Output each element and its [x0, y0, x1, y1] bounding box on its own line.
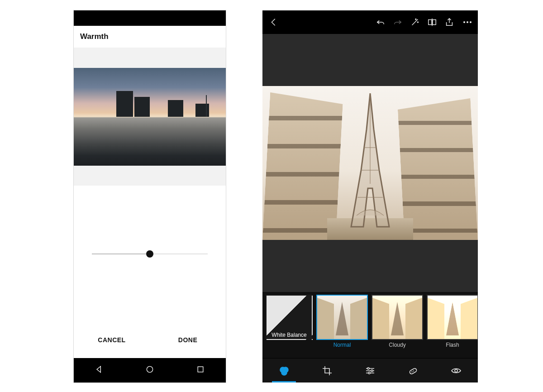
filter-option-flash[interactable]: Flash [426, 295, 478, 348]
tab-crop[interactable] [305, 359, 348, 382]
warmth-slider[interactable] [74, 186, 226, 322]
tab-filters[interactable] [262, 359, 305, 382]
svg-point-0 [147, 366, 152, 372]
filter-label: Flash [446, 342, 459, 348]
svg-rect-3 [433, 20, 436, 25]
svg-point-7 [367, 368, 369, 369]
nav-home-icon[interactable] [145, 365, 154, 376]
filter-group-label: White Balance [272, 332, 306, 338]
filter-label: Cloudy [389, 342, 405, 348]
filter-label: Normal [333, 342, 351, 348]
tab-redeye[interactable] [435, 359, 478, 382]
share-icon[interactable] [444, 17, 454, 27]
svg-rect-2 [429, 20, 432, 25]
more-icon[interactable] [462, 17, 472, 27]
filter-group-header[interactable]: White Balance [265, 295, 313, 348]
svg-point-11 [455, 369, 457, 372]
editor-toolbar [262, 10, 478, 34]
nav-back-icon[interactable] [95, 365, 104, 376]
phone-right: White Balance Normal Cloudy Flash [262, 10, 478, 382]
compare-icon[interactable] [427, 17, 437, 27]
photo-preview[interactable] [74, 68, 226, 166]
filter-option-normal[interactable]: Normal [316, 295, 368, 348]
slider-thumb[interactable] [146, 250, 153, 258]
svg-point-8 [371, 370, 373, 372]
photo-preview-area [74, 48, 226, 186]
redo-icon [393, 17, 403, 27]
svg-point-9 [368, 372, 370, 374]
cancel-button[interactable]: CANCEL [74, 322, 150, 358]
status-bar [74, 10, 226, 26]
canvas-area [262, 34, 478, 292]
main-photo[interactable] [262, 86, 478, 240]
svg-point-6 [281, 370, 287, 375]
svg-rect-1 [198, 367, 203, 372]
nav-recent-icon[interactable] [196, 365, 205, 376]
tool-tabs [262, 358, 478, 382]
done-button[interactable]: DONE [150, 322, 226, 358]
undo-icon[interactable] [376, 17, 386, 27]
tab-heal[interactable] [392, 359, 435, 382]
filter-strip[interactable]: White Balance Normal Cloudy Flash [262, 292, 478, 358]
tab-adjust[interactable] [348, 359, 391, 382]
phone-left: Warmth CANCEL DONE [74, 10, 226, 382]
android-nav-bar [74, 358, 226, 382]
screen-title: Warmth [74, 26, 226, 48]
auto-enhance-icon[interactable] [410, 17, 420, 27]
action-row: CANCEL DONE [74, 322, 226, 358]
filter-option-cloudy[interactable]: Cloudy [371, 295, 424, 348]
back-icon[interactable] [269, 17, 279, 27]
